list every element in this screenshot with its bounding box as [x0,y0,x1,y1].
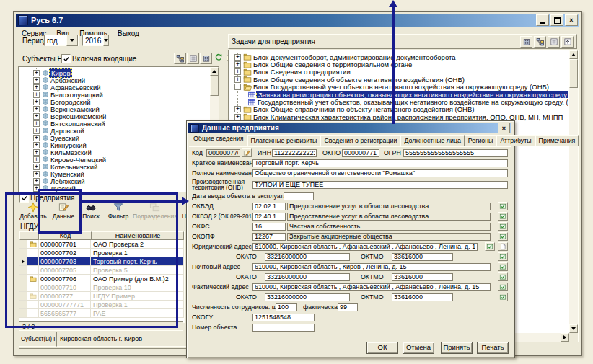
tab-Общие сведения[interactable]: Общие сведения [190,133,247,146]
okved2-lookup-button[interactable] [498,212,508,221]
okfs-lookup-button[interactable] [498,222,508,231]
expand-plus-icon[interactable]: + [33,84,40,91]
tab-Должностные лица[interactable]: Должностные лица [400,135,464,146]
subjects-tree-item[interactable]: +Белохолуницкий [19,91,210,98]
expand-plus-icon[interactable]: + [234,61,241,68]
menu-item-Выход[interactable]: Выход [113,29,144,38]
subjects-tree-item[interactable]: +Афанасьевский [19,84,210,91]
ogrn-field[interactable] [403,149,508,157]
list-button[interactable] [548,36,560,48]
okved2-code-field[interactable] [252,213,286,221]
hierarchy-button[interactable] [174,53,186,64]
staff-actual-field[interactable] [338,303,358,311]
tasks-tree-item-label[interactable]: Блок Общие сведения о территориальном ор… [252,61,413,68]
expand-plus-icon[interactable]: + [234,54,241,61]
okogu-field[interactable] [252,314,315,321]
tab-Аттрибуты[interactable]: Аттрибуты [496,135,535,146]
period-year-combobox[interactable]: 2016 [82,35,107,46]
expand-plus-icon[interactable]: + [234,68,241,75]
okopf-lookup-button[interactable] [498,232,508,241]
subjects-tree-item[interactable]: +Богородский [19,98,210,105]
subjects-tree-item[interactable]: +Котельничский [19,163,210,170]
building-button[interactable] [520,36,532,48]
subjects-tree-item[interactable]: +Киров [19,69,210,76]
full-name-field[interactable] [252,169,508,177]
dialog-button-отмена[interactable]: Отмена [403,342,434,354]
tasks-tree-item-label[interactable]: Блок Государственный учет объектов негат… [252,84,550,91]
tasks-tree-item-label[interactable]: Заявка на регистрацию объектов, оказываю… [256,91,568,98]
expand-up-button[interactable] [561,36,574,48]
tab-Сведения о регистрации[interactable]: Сведения о регистрации [320,135,400,146]
expand-plus-icon[interactable]: + [33,142,40,148]
expand-plus-icon[interactable]: + [33,77,40,84]
territory-field[interactable] [252,181,508,189]
okfs-code-field[interactable] [252,223,286,231]
scrollbar-track[interactable] [569,59,578,324]
tasks-tree-item[interactable]: +Блок Общие сведения о территориальном о… [229,61,568,68]
expand-plus-icon[interactable]: + [234,114,241,120]
expand-plus-icon[interactable]: + [234,76,241,83]
actual-okato-lookup-button[interactable] [498,293,508,301]
building-button[interactable] [200,53,212,64]
tasks-tree-item[interactable]: +Блок Общие справочники по объекту негат… [229,106,568,113]
tasks-tree-item-label[interactable]: Блок Сведения о предприятии [252,68,352,76]
expand-plus-icon[interactable]: + [33,113,40,120]
expand-plus-icon[interactable]: + [33,106,40,112]
okved-code-field[interactable] [252,203,286,210]
expand-minus-icon[interactable]: − [234,84,241,90]
tasks-tree-item-label[interactable]: Государственный учет объектов, оказывающ… [256,98,568,105]
refresh-button[interactable] [213,53,224,63]
expand-plus-icon[interactable]: + [33,178,40,185]
subjects-tree-item[interactable]: +Кильмезский [19,148,210,156]
expand-plus-icon[interactable]: + [33,149,40,156]
hierarchy-button[interactable] [534,36,546,48]
subjects-tree-item[interactable]: +Верхнекамский [19,105,210,112]
subjects-tree-item[interactable]: +Даровской [19,127,210,134]
subjects-tree-item[interactable]: +Кирово-Чепецкий [19,156,210,163]
tasks-tree-item[interactable]: +Блок Документооборот, администрирование… [229,53,568,61]
postal-okato-field[interactable] [265,273,350,281]
tab-Регионы[interactable]: Регионы [465,135,497,146]
expand-plus-icon[interactable]: + [33,135,40,141]
legal-oktmo-field[interactable] [392,253,453,261]
dialog-titlebar[interactable]: Данные предприятия × [188,123,511,133]
subjects-tree-item[interactable]: +Куменский [19,170,210,177]
subjects-tree-item[interactable]: +Вятскополянский [19,120,210,127]
dialog-close-button[interactable]: × [498,123,510,133]
expand-plus-icon[interactable]: + [33,92,40,98]
scroll-down-button[interactable] [569,324,578,333]
legal-address-page-button[interactable] [498,242,508,251]
scrollbar-thumb[interactable] [569,59,578,88]
scroll-right-button[interactable] [561,333,569,342]
expand-plus-icon[interactable]: + [234,106,241,112]
legal-okato-field[interactable] [265,253,350,261]
expand-plus-icon[interactable]: + [33,164,40,170]
expand-plus-icon[interactable]: + [33,120,40,127]
okpo-field[interactable] [342,149,379,157]
legal-address-lookup-button[interactable] [485,242,495,251]
staff-regular-field[interactable] [276,303,297,311]
minimize-button[interactable] [536,14,549,26]
tasks-tree-item-label[interactable]: Блок Документооборот, администрирование … [252,53,457,61]
scroll-up-button[interactable] [569,50,578,59]
tasks-tree-item-label[interactable]: Блок Общие сведения об объекте негативно… [252,76,466,83]
include-incoming-checkbox[interactable] [61,54,71,63]
subjects-tree-item[interactable]: +Кикнурский [19,141,210,148]
subjects-tree-item[interactable]: +Арбажский [19,76,210,84]
expand-plus-icon[interactable]: + [33,128,40,134]
tasks-tree-item[interactable]: −Блок Государственный учет объектов нега… [229,84,568,91]
legal-address-field[interactable] [252,243,478,251]
tab-Примечания[interactable]: Примечания [535,135,579,146]
short-name-field[interactable] [252,159,508,167]
tasks-tree-item[interactable]: +Блок Общие сведения об объекте негативн… [229,76,568,83]
code-lookup-button[interactable] [242,148,252,157]
subjects-tree-item[interactable]: +Лебяжский [19,177,210,185]
tasks-tree-item-label[interactable]: Блок Климатическая характеристика района… [252,113,564,120]
dialog-button-принять[interactable]: Принять [441,342,473,354]
tasks-tree-item[interactable]: Государственный учет объектов, оказывающ… [229,98,568,105]
tasks-tree-item[interactable]: +Блок Климатическая характеристика район… [229,113,568,120]
postal-address-lookup-button[interactable] [498,262,508,271]
expand-plus-icon[interactable]: + [33,70,40,76]
dialog-button-печать[interactable]: Печать [477,342,509,354]
okopf-code-field[interactable] [252,233,286,241]
